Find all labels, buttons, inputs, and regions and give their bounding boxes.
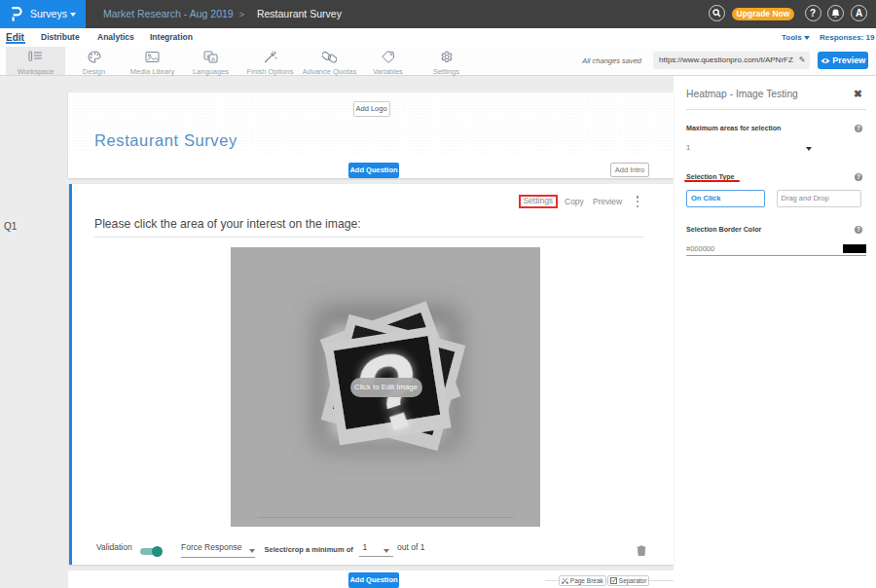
- svg-text:A: A: [211, 55, 215, 61]
